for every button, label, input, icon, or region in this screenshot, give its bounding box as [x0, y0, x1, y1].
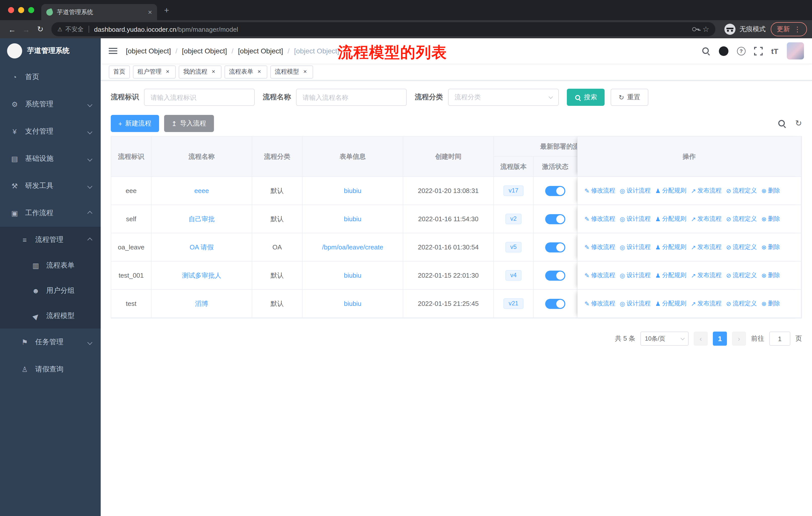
create-process-button[interactable]: + 新建流程: [111, 115, 159, 132]
row-action-link[interactable]: ◎设计流程: [620, 271, 651, 280]
toggle-search-icon[interactable]: [778, 119, 786, 128]
search-icon[interactable]: [702, 47, 710, 55]
process-name-link[interactable]: eeee: [194, 187, 209, 194]
row-action-link[interactable]: ⊗删除: [761, 186, 780, 195]
sidebar-item[interactable]: ♙ 请假查询: [0, 356, 101, 383]
row-action-link[interactable]: ✎修改流程: [584, 299, 615, 308]
row-action-link[interactable]: ⊘流程定义: [726, 299, 757, 308]
row-action-link[interactable]: ◎设计流程: [620, 186, 651, 195]
form-info-link[interactable]: biubiu: [344, 300, 361, 307]
breadcrumb-item[interactable]: [object Object]: [182, 47, 238, 55]
form-info-link[interactable]: biubiu: [344, 215, 361, 223]
back-button[interactable]: ←: [5, 25, 19, 33]
row-action-link[interactable]: ⊗删除: [761, 215, 780, 223]
security-label[interactable]: 不安全: [65, 25, 84, 33]
row-action-link[interactable]: ↗发布流程: [691, 299, 722, 308]
row-action-link[interactable]: ✎修改流程: [584, 243, 615, 251]
sidebar-item[interactable]: ▤ 基础设施: [0, 145, 101, 172]
search-button[interactable]: 搜索: [567, 89, 605, 106]
row-action-link[interactable]: ✎修改流程: [584, 215, 615, 223]
goto-page-input[interactable]: [769, 332, 790, 346]
active-toggle[interactable]: [545, 242, 565, 252]
process-category-select[interactable]: 流程分类: [448, 89, 559, 106]
window-close-button[interactable]: [8, 7, 14, 13]
row-action-link[interactable]: ✎修改流程: [584, 186, 615, 195]
process-key-input[interactable]: [144, 89, 255, 106]
address-bar[interactable]: ⚠ 不安全 dashboard.yudao.iocoder.cn/bpm/man…: [51, 22, 715, 36]
breadcrumb-item[interactable]: [object Object]: [294, 47, 339, 55]
row-action-link[interactable]: ♟分配规则: [655, 299, 687, 308]
tag-close-icon[interactable]: [210, 68, 217, 75]
row-action-link[interactable]: ◎设计流程: [620, 215, 651, 223]
sidebar-item[interactable]: ◔ 首页: [0, 63, 101, 91]
tag-close-icon[interactable]: [301, 68, 309, 75]
sidebar-subitem[interactable]: ▥ 流程表单: [0, 253, 101, 278]
url-text[interactable]: dashboard.yudao.iocoder.cn/bpm/manager/m…: [94, 25, 689, 33]
prev-page-button[interactable]: ‹: [694, 332, 708, 346]
tag[interactable]: 我的流程: [179, 65, 222, 78]
browser-menu-icon[interactable]: ⋮: [794, 25, 801, 33]
forward-button[interactable]: →: [19, 25, 33, 33]
active-toggle[interactable]: [545, 270, 565, 280]
tag[interactable]: 租户管理: [133, 65, 176, 78]
active-toggle[interactable]: [545, 186, 565, 196]
help-icon[interactable]: [737, 47, 746, 55]
import-process-button[interactable]: ↥ 导入流程: [164, 115, 214, 132]
row-action-link[interactable]: ↗发布流程: [691, 271, 722, 280]
tag-close-icon[interactable]: [256, 68, 263, 75]
bookmark-star-icon[interactable]: ☆: [702, 25, 709, 34]
sidebar-item-process-management[interactable]: ≡ 流程管理: [0, 227, 101, 253]
row-action-link[interactable]: ✎修改流程: [584, 271, 615, 280]
fullscreen-icon[interactable]: [754, 47, 763, 55]
sidebar-item[interactable]: ⚑ 任务管理: [0, 329, 101, 356]
tag-close-icon[interactable]: [164, 68, 171, 75]
process-name-link[interactable]: 滔博: [195, 300, 208, 307]
sidebar-toggle-icon[interactable]: [109, 46, 118, 55]
process-name-link[interactable]: OA 请假: [190, 243, 213, 251]
row-action-link[interactable]: ⊘流程定义: [726, 215, 757, 223]
row-action-link[interactable]: ⊘流程定义: [726, 186, 757, 195]
process-name-link[interactable]: 测试多审批人: [182, 271, 221, 279]
sidebar-item[interactable]: ⚒ 研发工具: [0, 172, 101, 199]
row-action-link[interactable]: ♟分配规则: [655, 271, 687, 280]
breadcrumb-item[interactable]: [object Object]: [238, 47, 294, 55]
page-size-select[interactable]: 10条/页: [640, 332, 689, 346]
refresh-icon[interactable]: ↻: [795, 119, 802, 128]
update-button[interactable]: 更新 ⋮: [771, 22, 807, 36]
reload-button[interactable]: ↻: [33, 25, 47, 34]
password-key-icon[interactable]: [691, 25, 699, 33]
row-action-link[interactable]: ♟分配规则: [655, 215, 687, 223]
next-page-button[interactable]: ›: [732, 332, 746, 346]
process-name-link[interactable]: 自己审批: [188, 215, 215, 222]
sidebar-item[interactable]: ¥ 支付管理: [0, 118, 101, 145]
row-action-link[interactable]: ↗发布流程: [691, 243, 722, 251]
active-toggle[interactable]: [545, 214, 565, 224]
row-action-link[interactable]: ◎设计流程: [620, 299, 651, 308]
sidebar-item[interactable]: ⚙ 系统管理: [0, 91, 101, 118]
row-action-link[interactable]: ↗发布流程: [691, 186, 722, 195]
window-minimize-button[interactable]: [18, 7, 24, 13]
row-action-link[interactable]: ♟分配规则: [655, 186, 687, 195]
active-toggle[interactable]: [545, 299, 565, 309]
row-action-link[interactable]: ⊗删除: [761, 243, 780, 251]
reset-button[interactable]: ↻ 重置: [611, 89, 648, 106]
sidebar-subitem[interactable]: ☻ 用户分组: [0, 278, 101, 303]
tag[interactable]: 流程表单: [225, 65, 267, 78]
row-action-link[interactable]: ⊘流程定义: [726, 271, 757, 280]
tag[interactable]: 流程模型: [270, 65, 313, 78]
tab-close-icon[interactable]: ×: [148, 8, 152, 16]
page-number-button[interactable]: 1: [713, 332, 727, 346]
row-action-link[interactable]: ◎设计流程: [620, 243, 651, 251]
row-action-link[interactable]: ⊗删除: [761, 299, 780, 308]
row-action-link[interactable]: ♟分配规则: [655, 243, 687, 251]
form-info-link[interactable]: biubiu: [344, 272, 361, 279]
window-zoom-button[interactable]: [28, 7, 34, 13]
breadcrumb-item[interactable]: [object Object]: [126, 47, 182, 55]
font-size-icon[interactable]: tT: [771, 47, 778, 55]
form-info-link[interactable]: biubiu: [344, 187, 361, 194]
row-action-link[interactable]: ⊗删除: [761, 271, 780, 280]
browser-tab[interactable]: 芋道管理系统 ×: [41, 4, 157, 20]
sidebar-item[interactable]: ▣ 工作流程: [0, 199, 101, 227]
user-avatar[interactable]: [787, 42, 804, 59]
tag[interactable]: 首页: [109, 65, 130, 78]
